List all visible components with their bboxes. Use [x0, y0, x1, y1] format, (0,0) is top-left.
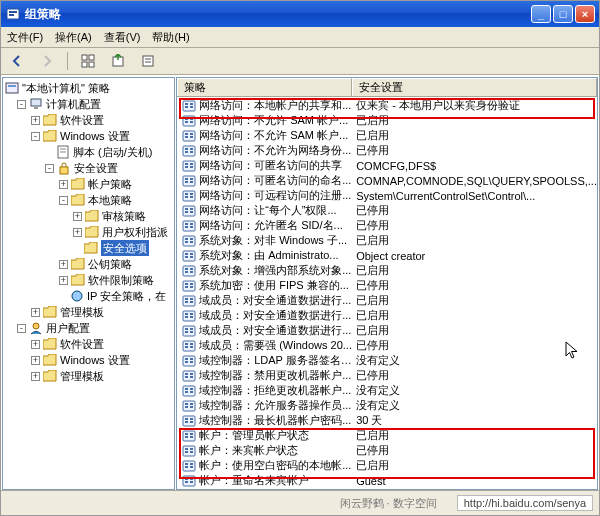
expand-toggle[interactable]: - [45, 164, 54, 173]
svg-rect-143 [185, 466, 188, 468]
expand-toggle[interactable]: + [59, 260, 68, 269]
expand-toggle[interactable]: + [59, 276, 68, 285]
svg-rect-82 [185, 283, 188, 285]
menu-view[interactable]: 查看(V) [104, 30, 141, 45]
tree-node-label: 帐户策略 [88, 176, 132, 192]
svg-rect-96 [183, 326, 195, 336]
policy-name: 域控制器：禁用更改机器帐户... [199, 368, 356, 383]
svg-rect-55 [190, 196, 193, 198]
menu-file[interactable]: 文件(F) [7, 30, 43, 45]
forward-button[interactable] [35, 49, 59, 73]
policy-row[interactable]: 网络访问：允许匿名 SID/名...已停用 [177, 218, 597, 233]
expand-toggle[interactable]: + [31, 356, 40, 365]
policy-row[interactable]: 帐户：管理员帐户状态已启用 [177, 428, 597, 443]
policy-row[interactable]: 系统对象：对非 Windows 子...已启用 [177, 233, 597, 248]
policy-setting: 已启用 [356, 323, 597, 338]
svg-rect-2 [9, 14, 14, 16]
expand-toggle[interactable]: + [31, 372, 40, 381]
policy-icon [181, 384, 197, 398]
svg-rect-138 [185, 451, 188, 453]
tree-node[interactable]: 安全选项 [3, 240, 174, 256]
toolbar-scope-icon[interactable] [76, 49, 100, 73]
expand-toggle[interactable]: + [73, 228, 82, 237]
policy-row[interactable]: 网络访问：可远程访问的注册...System\CurrentControlSet… [177, 188, 597, 203]
policy-setting: 已启用 [356, 293, 597, 308]
tree-node[interactable]: +审核策略 [3, 208, 174, 224]
expand-toggle[interactable]: + [59, 180, 68, 189]
tree-node[interactable]: -用户配置 [3, 320, 174, 336]
svg-rect-99 [190, 328, 193, 330]
policy-row[interactable]: 帐户：来宾帐户状态已停用 [177, 443, 597, 458]
toolbar-export-icon[interactable] [106, 49, 130, 73]
expand-toggle[interactable]: + [31, 116, 40, 125]
tree-node[interactable]: +用户权利指派 [3, 224, 174, 240]
policy-row[interactable]: 帐户：重命名来宾帐户Guest [177, 473, 597, 488]
policy-row[interactable]: 域控制器：最长机器帐户密码...30 天 [177, 413, 597, 428]
expand-toggle[interactable]: - [31, 132, 40, 141]
policy-name: 帐户：使用空白密码的本地帐... [199, 458, 356, 473]
svg-rect-24 [190, 103, 193, 105]
tree-node[interactable]: +管理模板 [3, 368, 174, 384]
policy-row[interactable]: 网络访问：可匿名访问的共享COMCFG,DFS$ [177, 158, 597, 173]
expand-toggle[interactable]: + [31, 308, 40, 317]
tree-node[interactable]: -安全设置 [3, 160, 174, 176]
list-body[interactable]: 网络访问：本地帐户的共享和...仅来宾 - 本地用户以来宾身份验证网络访问：不允… [177, 97, 597, 489]
tree-node[interactable]: +管理模板 [3, 304, 174, 320]
policy-setting: 已启用 [356, 233, 597, 248]
tree-node[interactable]: 脚本 (启动/关机) [3, 144, 174, 160]
policy-row[interactable]: 系统加密：使用 FIPS 兼容的...已停用 [177, 278, 597, 293]
column-setting[interactable]: 安全设置 [352, 78, 597, 96]
policy-row[interactable]: 帐户：使用空白密码的本地帐...已启用 [177, 458, 597, 473]
tree-node[interactable]: +Windows 设置 [3, 352, 174, 368]
policy-row[interactable]: 域成员：对安全通道数据进行...已启用 [177, 308, 597, 323]
policy-row[interactable]: 网络访问：不允许 SAM 帐户...已启用 [177, 128, 597, 143]
tree-node[interactable]: +软件设置 [3, 336, 174, 352]
tree-node[interactable]: +公钥策略 [3, 256, 174, 272]
svg-rect-86 [183, 296, 195, 306]
policy-row[interactable]: 域成员：对安全通道数据进行...已启用 [177, 293, 597, 308]
policy-icon [181, 279, 197, 293]
close-button[interactable]: × [575, 5, 595, 23]
minimize-button[interactable]: _ [531, 5, 551, 23]
menu-action[interactable]: 操作(A) [55, 30, 92, 45]
maximize-button[interactable]: □ [553, 5, 573, 23]
tree-pane[interactable]: "本地计算机" 策略-计算机配置+软件设置-Windows 设置脚本 (启动/关… [2, 77, 175, 490]
tree-node[interactable]: +软件限制策略 [3, 272, 174, 288]
policy-setting: 已停用 [356, 338, 597, 353]
expand-toggle[interactable]: - [17, 324, 26, 333]
policy-row[interactable]: 域控制器：允许服务器操作员...没有定义 [177, 398, 597, 413]
policy-row[interactable]: 域控制器：LDAP 服务器签名要求没有定义 [177, 353, 597, 368]
tree-node[interactable]: IP 安全策略，在 [3, 288, 174, 304]
policy-row[interactable]: 域控制器：禁用更改机器帐户...已停用 [177, 368, 597, 383]
policy-row[interactable]: 网络访问：本地帐户的共享和...仅来宾 - 本地用户以来宾身份验证 [177, 98, 597, 113]
menu-help[interactable]: 帮助(H) [152, 30, 189, 45]
tree-node[interactable]: +帐户策略 [3, 176, 174, 192]
tree-node[interactable]: -本地策略 [3, 192, 174, 208]
policy-row[interactable]: 网络访问：让“每个人”权限...已停用 [177, 203, 597, 218]
expand-toggle[interactable]: + [73, 212, 82, 221]
expand-toggle[interactable]: + [31, 340, 40, 349]
policy-row[interactable]: 网络访问：不允许 SAM 帐户...已启用 [177, 113, 597, 128]
back-button[interactable] [5, 49, 29, 73]
policy-row[interactable]: 网络访问：可匿名访问的命名...COMNAP,COMNODE,SQL\QUERY… [177, 173, 597, 188]
column-policy[interactable]: 策略 [177, 78, 352, 96]
policy-row[interactable]: 域控制器：拒绝更改机器帐户...没有定义 [177, 383, 597, 398]
svg-rect-79 [190, 268, 193, 270]
expand-toggle[interactable]: - [17, 100, 26, 109]
policy-row[interactable]: 域成员：需要强 (Windows 20...已停用 [177, 338, 597, 353]
policy-row[interactable]: 域成员：对安全通道数据进行...已启用 [177, 323, 597, 338]
policy-row[interactable]: 网络访问：不允许为网络身份...已停用 [177, 143, 597, 158]
svg-rect-38 [185, 151, 188, 153]
tree-node[interactable]: +软件设置 [3, 112, 174, 128]
svg-rect-148 [185, 481, 188, 483]
toolbar-properties-icon[interactable] [136, 49, 160, 73]
expand-toggle[interactable]: - [59, 196, 68, 205]
tree-node[interactable]: -计算机配置 [3, 96, 174, 112]
policy-icon [181, 174, 197, 188]
tree-node[interactable]: -Windows 设置 [3, 128, 174, 144]
tree-root[interactable]: "本地计算机" 策略 [3, 80, 174, 96]
policy-row[interactable]: 系统对象：由 Administrato...Object creator [177, 248, 597, 263]
svg-rect-14 [34, 107, 38, 109]
svg-rect-130 [190, 421, 193, 423]
policy-row[interactable]: 系统对象：增强内部系统对象...已启用 [177, 263, 597, 278]
